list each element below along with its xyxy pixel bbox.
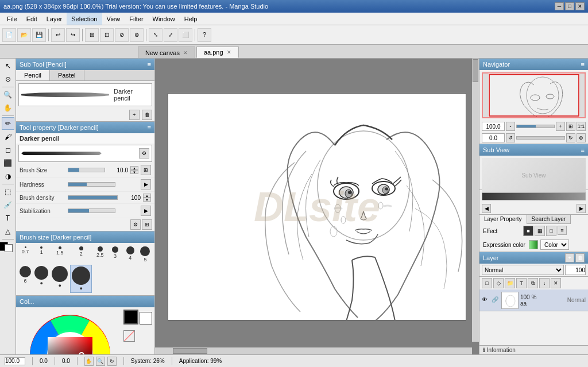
brush-size-1[interactable]: 1 xyxy=(33,245,49,264)
rotate-input[interactable]: 0.0 xyxy=(482,133,505,142)
tool-select[interactable]: ⬚ xyxy=(2,186,14,198)
density-up[interactable]: ▲ xyxy=(143,194,151,198)
brush-size-extra[interactable]: ⊞ xyxy=(141,165,151,175)
brush-size-6[interactable]: 6 xyxy=(18,265,32,293)
menu-view[interactable]: View xyxy=(102,13,125,25)
blend-mode-select[interactable]: Normal xyxy=(482,265,564,275)
rotate-reset-btn[interactable]: ⊕ xyxy=(577,133,586,142)
layer-new-raster[interactable]: □ xyxy=(482,278,492,288)
tool-eyedropper[interactable]: 💉 xyxy=(2,199,14,211)
brush-size-07[interactable]: 0.7 xyxy=(18,245,32,264)
hardness-slider[interactable] xyxy=(68,182,115,187)
status-hand-btn[interactable]: ✋ xyxy=(84,357,94,366)
brush-size-5[interactable]: 5 xyxy=(138,245,152,264)
sub-tool-tab-pastel[interactable]: Pastel xyxy=(50,70,84,80)
tab-search-layer[interactable]: Search Layer xyxy=(527,215,571,224)
brush-size-slider[interactable] xyxy=(68,168,105,172)
tool-gradient[interactable]: ◑ xyxy=(2,170,14,183)
tool-arrow[interactable]: ↖ xyxy=(2,60,14,72)
tool-shape[interactable]: △ xyxy=(2,225,14,238)
transparent-swatch[interactable] xyxy=(123,330,135,342)
adj-right-btn[interactable]: ▶ xyxy=(577,204,586,213)
layer-copy[interactable]: ⧉ xyxy=(528,278,538,288)
zoom-reset-btn[interactable]: 1:1 xyxy=(577,122,586,131)
rotate-ccw-btn[interactable]: ↺ xyxy=(506,133,515,142)
menu-layer[interactable]: Layer xyxy=(42,13,67,25)
zoom-fit-btn[interactable]: ⊞ xyxy=(566,122,575,131)
brush-delete-btn[interactable]: 🗑 xyxy=(142,110,152,120)
toolbar-open[interactable]: 📂 xyxy=(17,28,31,42)
toolbar-transform[interactable]: ⊞ xyxy=(85,28,99,42)
toolbar-select-all[interactable]: ⊡ xyxy=(100,28,114,42)
tool-eraser[interactable]: ◻ xyxy=(2,144,14,156)
toolbar-invert[interactable]: ⊛ xyxy=(130,28,144,42)
tool-text[interactable]: T xyxy=(2,212,14,225)
menu-filter[interactable]: Filter xyxy=(125,13,148,25)
close-button[interactable]: ✕ xyxy=(575,2,585,10)
brush-size-15[interactable]: 1.5 xyxy=(51,245,69,264)
layer-delete[interactable]: ✕ xyxy=(551,278,561,288)
toolbar-help[interactable]: ? xyxy=(198,28,211,42)
foreground-swatch[interactable] xyxy=(123,310,138,324)
menu-help[interactable]: Help xyxy=(180,13,202,25)
stabilization-slider[interactable] xyxy=(68,208,115,213)
toolbar-save[interactable]: 💾 xyxy=(32,28,46,42)
opacity-input[interactable]: 100 xyxy=(565,265,586,275)
background-color[interactable] xyxy=(5,244,13,252)
minimize-button[interactable]: ─ xyxy=(555,2,564,10)
maximize-button[interactable]: □ xyxy=(565,2,574,10)
tool-lasso[interactable]: ⊙ xyxy=(2,73,14,86)
density-down[interactable]: ▼ xyxy=(143,198,151,202)
rotate-cw-btn[interactable]: ↻ xyxy=(566,133,575,142)
vertical-scrollbar[interactable] xyxy=(472,59,479,342)
brush-settings-btn[interactable]: ⚙ xyxy=(139,148,149,159)
brush-size-dot3[interactable]: ● xyxy=(70,265,92,293)
effect-btn-solid[interactable]: ■ xyxy=(523,226,533,236)
toolbar-contract[interactable]: ⤢ xyxy=(164,28,177,42)
status-zoom-btn[interactable]: 🔍 xyxy=(96,357,105,366)
zoom-slider[interactable] xyxy=(516,125,555,128)
property-more-btn[interactable]: ⊞ xyxy=(142,219,152,230)
toolbar-expand[interactable]: ⤡ xyxy=(149,28,163,42)
layer-merge-down[interactable]: ↓ xyxy=(539,278,550,288)
toolbar-border[interactable]: ⬜ xyxy=(179,28,192,42)
color-wheel[interactable] xyxy=(27,312,113,354)
tab-close-aa[interactable]: ✕ xyxy=(227,49,231,55)
zoom-input[interactable]: 100.0 xyxy=(482,122,505,131)
color-adjust-bar[interactable] xyxy=(482,192,586,200)
brush-size-2[interactable]: 2 xyxy=(70,245,92,264)
effect-menu-btn[interactable]: ≡ xyxy=(558,226,567,235)
status-rotate-btn[interactable]: ↻ xyxy=(107,357,117,366)
layer-row-aa[interactable]: 👁 🔗 100 % aa Normal xyxy=(479,289,588,311)
brush-size-up[interactable]: ▲ xyxy=(130,166,138,170)
menu-window[interactable]: Window xyxy=(148,13,180,25)
color-swatches-small[interactable] xyxy=(0,241,16,252)
tool-pen[interactable]: ✏ xyxy=(2,117,14,130)
layer-new-text[interactable]: T xyxy=(516,278,527,288)
window-controls[interactable]: ─ □ ✕ xyxy=(555,2,585,10)
delete-layer-btn[interactable]: 🗑 xyxy=(575,253,585,262)
brush-size-3[interactable]: 3 xyxy=(108,245,122,264)
status-zoom-input[interactable] xyxy=(5,357,25,365)
tool-hand[interactable]: ✋ xyxy=(2,102,14,114)
adj-left-btn[interactable]: ◀ xyxy=(482,204,491,213)
menu-edit[interactable]: Edit xyxy=(22,13,42,25)
tool-brush[interactable]: 🖌 xyxy=(2,130,14,143)
h-scroll-thumb[interactable] xyxy=(173,348,207,354)
canvas-area[interactable]: DLsite xyxy=(155,59,479,354)
toolbar-redo[interactable]: ↪ xyxy=(66,28,80,42)
brush-density-slider[interactable] xyxy=(68,195,118,200)
hardness-extra[interactable]: ▶ xyxy=(141,179,151,190)
menu-selection[interactable]: Selection xyxy=(67,13,102,25)
tool-zoom[interactable]: 🔍 xyxy=(2,88,14,101)
sub-tool-tab-pencil[interactable]: Pencil xyxy=(16,70,50,80)
layer-new-vector[interactable]: ◇ xyxy=(493,278,504,288)
sub-view-menu[interactable]: ≡ xyxy=(581,146,585,153)
toolbar-undo[interactable]: ↩ xyxy=(51,28,65,42)
v-scroll-thumb[interactable] xyxy=(473,59,478,82)
tab-close-new[interactable]: ✕ xyxy=(183,50,188,56)
zoom-out-btn[interactable]: - xyxy=(506,122,515,131)
brush-add-btn[interactable]: + xyxy=(129,110,140,120)
tool-property-menu[interactable]: ≡ xyxy=(148,124,151,131)
brush-size-dot2[interactable]: ● xyxy=(51,265,69,293)
